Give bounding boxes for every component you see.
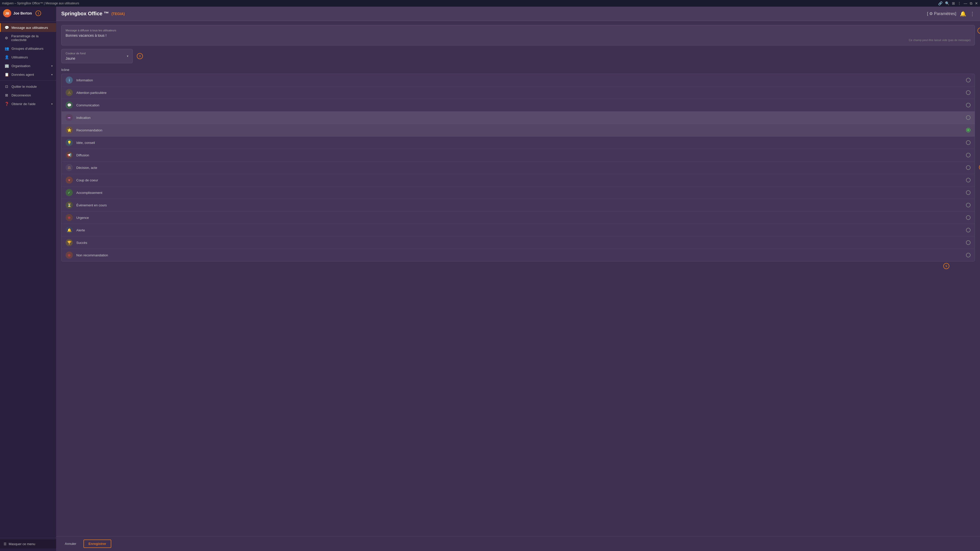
icon-row-label: Idée, conseil	[76, 141, 966, 144]
icon-row-label: Communication	[76, 103, 966, 107]
icon-row-succes[interactable]: 🏆 Succès	[62, 237, 975, 249]
icon-row-diffusion[interactable]: 📢 Diffusion	[62, 149, 975, 162]
bell-icon[interactable]: 🔔	[960, 11, 966, 17]
icon-row-label: Évènement en cours	[76, 203, 966, 207]
icon-row-label: Attention particulière	[76, 91, 966, 95]
recommandation-icon: ⭐	[65, 127, 73, 134]
radio-diffusion[interactable]	[966, 153, 970, 157]
sidebar-item-aide[interactable]: ❓ Obtenir de l'aide ▾	[0, 100, 56, 108]
couleur-value: Jaune	[65, 56, 86, 60]
sidebar-item-label: Déconnexion	[11, 94, 31, 97]
icon-section: Icône ℹ Information ⚠ Attention particul…	[61, 67, 975, 262]
exit-icon: ⊡	[4, 84, 9, 89]
message-value[interactable]: Bonnes vacances à tous !	[65, 33, 970, 38]
chevron-down-icon: ▾	[51, 65, 52, 67]
radio-alerte[interactable]	[966, 228, 970, 232]
radio-recommandation[interactable]	[966, 128, 970, 132]
radio-indication[interactable]	[966, 115, 970, 120]
sidebar-item-utilisateurs[interactable]: 👤 Utilisateurs	[0, 53, 56, 62]
field-hint: Ce champ peut être laissé vide (pas de m…	[65, 38, 970, 41]
minimize-icon[interactable]: —	[964, 1, 967, 5]
icon-list: ℹ Information ⚠ Attention particulière	[61, 74, 975, 262]
search-icon[interactable]: 🔍	[945, 1, 950, 5]
radio-information[interactable]	[966, 78, 970, 83]
annuler-button[interactable]: Annuler	[61, 540, 80, 548]
idee-icon: 💡	[65, 139, 73, 146]
icon-row-accomplissement[interactable]: ✔ Accomplissement	[62, 186, 975, 199]
evenement-icon: ⏳	[65, 202, 73, 209]
radio-urgence[interactable]	[966, 215, 970, 220]
user-name: Joe Berton	[13, 11, 32, 15]
communication-icon: 💬	[65, 102, 73, 109]
close-icon[interactable]: ✕	[975, 1, 978, 5]
more-options-icon[interactable]: ⋮	[970, 11, 975, 17]
icon-row-label: Information	[76, 78, 966, 82]
titlebar-title: malgven – SpringBox Office™ | Message au…	[2, 2, 79, 5]
annotation-4: 4	[979, 164, 980, 170]
sidebar-item-deconnexion[interactable]: ⊠ Déconnexion	[0, 91, 56, 100]
radio-communication[interactable]	[966, 103, 970, 107]
header: Springbox Office ™ (TEGIA) [ ⚙ Paramètre…	[56, 6, 980, 21]
hide-menu-button[interactable]: ☰ Masquer ce menu	[0, 540, 56, 548]
radio-evenement[interactable]	[966, 203, 970, 207]
menu-icon[interactable]: ⋮	[958, 1, 961, 5]
sidebar-item-label: Paramétrage de la collectivité	[11, 34, 52, 42]
chevron-down-icon: ▾	[51, 73, 52, 76]
sidebar-item-organisation[interactable]: 🏢 Organisation ▾	[0, 62, 56, 70]
hide-menu-icon: ☰	[3, 542, 6, 546]
icon-row-coupdecoeur[interactable]: ♥ Coup de coeur	[62, 174, 975, 186]
enregistrer-button[interactable]: Enregistrer	[83, 540, 111, 548]
indication-icon: ➡	[65, 114, 73, 121]
link-icon[interactable]: 🔗	[938, 1, 942, 5]
icon-row-indication[interactable]: ➡ Indication	[62, 111, 975, 124]
radio-succes[interactable]	[966, 240, 970, 245]
window-icon[interactable]: ⊞	[952, 1, 955, 5]
icon-row-alerte[interactable]: 🔔 Alerte	[62, 224, 975, 237]
radio-nonrecommandation[interactable]	[966, 253, 970, 257]
radio-decision[interactable]	[966, 165, 970, 170]
couleur-dropdown[interactable]: Couleur de fond Jaune ▾	[61, 49, 133, 63]
bottom-bar: Annuler Enregistrer	[56, 536, 980, 551]
header-right: [ ⚙ Paramètres] 🔔 ⋮	[927, 11, 975, 17]
radio-attention[interactable]	[966, 90, 970, 95]
chevron-down-icon: ▾	[127, 54, 128, 58]
chevron-down-icon: ▾	[51, 103, 52, 105]
params-button[interactable]: [ ⚙ Paramètres]	[927, 11, 956, 16]
icon-row-attention[interactable]: ⚠ Attention particulière	[62, 86, 975, 99]
icon-row-decision[interactable]: ⚖ Décision, acte	[62, 162, 975, 174]
succes-icon: 🏆	[65, 239, 73, 246]
hide-menu-label: Masquer ce menu	[9, 542, 35, 546]
data-icon: 📋	[4, 73, 9, 76]
app-name: Springbox Office ™	[61, 11, 109, 17]
sidebar-divider	[0, 80, 56, 81]
icon-row-nonrecommandation[interactable]: ⊗ Non recommandation	[62, 249, 975, 261]
main-content: Message à diffuser à tous les utilisateu…	[56, 21, 980, 536]
icon-row-label: Succès	[76, 241, 966, 245]
sidebar-item-label: Quitter le module	[11, 85, 37, 89]
icon-section-label: Icône	[61, 68, 975, 72]
maximize-icon[interactable]: ⧉	[970, 1, 972, 6]
icon-row-label: Diffusion	[76, 153, 966, 157]
sidebar-item-label: Données agent	[11, 73, 34, 76]
information-icon: ℹ	[65, 76, 73, 84]
radio-idee[interactable]	[966, 140, 970, 145]
sidebar-item-quitter[interactable]: ⊡ Quitter le module	[0, 82, 56, 91]
icon-row-evenement[interactable]: ⏳ Évènement en cours	[62, 199, 975, 211]
icon-row-recommandation[interactable]: ⭐ Recommandation	[62, 124, 975, 137]
sidebar-item-donnees[interactable]: 📋 Données agent ▾	[0, 70, 56, 79]
message-icon: 💬	[4, 25, 9, 30]
icon-row-idee[interactable]: 💡 Idée, conseil	[62, 137, 975, 149]
icon-row-information[interactable]: ℹ Information	[62, 74, 975, 86]
decision-icon: ⚖	[65, 164, 73, 171]
attention-icon: ⚠	[65, 89, 73, 96]
icon-row-communication[interactable]: 💬 Communication	[62, 99, 975, 111]
annotation-1: 1	[35, 11, 41, 16]
sidebar-item-groupes[interactable]: 👥 Groupes d'utilisateurs	[0, 44, 56, 53]
annotation-5: 5	[943, 263, 950, 269]
titlebar-controls[interactable]: 🔗 🔍 ⊞ ⋮ — ⧉ ✕	[938, 1, 978, 6]
sidebar-item-parametrage[interactable]: ⚙ Paramétrage de la collectivité	[0, 32, 56, 44]
radio-accomplissement[interactable]	[966, 190, 970, 195]
radio-coupdecoeur[interactable]	[966, 178, 970, 183]
sidebar-item-message[interactable]: 💬 Message aux utilisateurs	[0, 23, 56, 32]
icon-row-urgence[interactable]: ⊕ Urgence	[62, 211, 975, 224]
